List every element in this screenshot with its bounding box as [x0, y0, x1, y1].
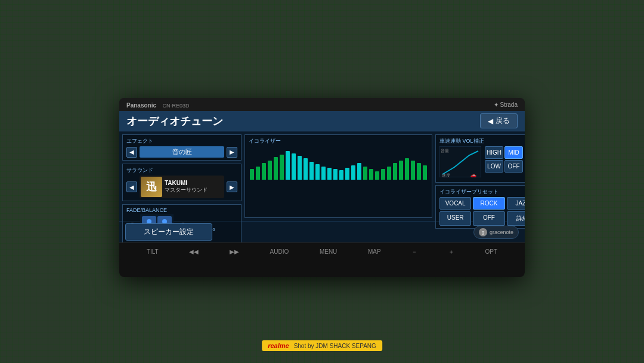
preset-jazz-button[interactable]: JAZZ [507, 197, 525, 210]
eq-bar-16 [345, 168, 349, 180]
eq-bar-0 [250, 169, 254, 180]
eq-bar-22 [381, 169, 385, 180]
preset-rock-button[interactable]: ROCK [473, 197, 504, 210]
surround-label: サラウンド [126, 167, 237, 174]
ctrl-prev-button[interactable]: ◀◀ [185, 247, 202, 256]
eq-bar-13 [327, 168, 332, 180]
ctrl-minus-button[interactable]: － [408, 247, 421, 257]
surround-section: サラウンド ◀ 迅 TAKUMI マスターサウンド ▶ [122, 164, 242, 201]
control-bar: TILT ◀◀ ▶▶ AUDIO MENU MAP － ＋ OPT [119, 242, 525, 260]
vol-graph: 速度 音量 🚗 [439, 146, 481, 177]
eq-bar-7 [292, 153, 296, 180]
equalizer-section: イコライザー [244, 134, 432, 218]
effect-section: エフェクト ◀ 音の匠 ▶ [122, 134, 242, 161]
eq-bar-29 [423, 165, 427, 180]
eq-bar-11 [315, 164, 320, 180]
svg-text:速度: 速度 [442, 173, 450, 177]
effect-prev-button[interactable]: ◀ [126, 147, 137, 158]
gracenote-icon: g [479, 228, 487, 236]
eq-bar-21 [375, 171, 379, 180]
vol-correction-label: 車速連動 VOL補正 [439, 137, 525, 145]
eq-bar-17 [351, 165, 355, 180]
eq-bar-19 [363, 167, 367, 180]
eq-bar-6 [286, 151, 290, 180]
eq-bar-26 [405, 158, 409, 180]
eq-preset-section: イコライザープリセット VOCAL ROCK JAZZ USER OFF 詳細 [435, 185, 525, 229]
eq-bar-24 [393, 163, 397, 180]
eq-bar-3 [268, 161, 272, 180]
eq-bar-18 [357, 163, 361, 180]
device-header: Panasonic CN-RE03D ✦ Strada [119, 98, 525, 111]
preset-vocal-button[interactable]: VOCAL [439, 197, 471, 210]
ctrl-tilt-button[interactable]: TILT [143, 247, 162, 256]
model-label: CN-RE03D [162, 103, 189, 109]
speaker-settings-button[interactable]: スピーカー設定 [125, 223, 212, 241]
eq-bar-14 [333, 169, 338, 180]
eq-bar-1 [256, 167, 260, 180]
ctrl-plus-button[interactable]: ＋ [445, 247, 458, 257]
gracenote-logo: g gracenote [473, 226, 519, 239]
back-button[interactable]: ◀ 戻る [480, 113, 518, 128]
eq-bar-5 [280, 155, 284, 180]
vol-correction-section: 車速連動 VOL補正 速度 音量 🚗 HIGH [435, 134, 525, 183]
gracenote-text: gracenote [490, 229, 513, 235]
preset-user-button[interactable]: USER [439, 211, 471, 226]
eq-bar-23 [387, 167, 391, 180]
screen-header: オーディオチューン ◀ 戻る [119, 111, 525, 131]
effect-next-button[interactable]: ▶ [227, 147, 237, 158]
main-screen: オーディオチューン ◀ 戻る エフェクト ◀ 音の匠 ▶ [119, 111, 525, 242]
eq-bar-25 [399, 161, 403, 180]
eq-display [249, 146, 428, 182]
eq-label: イコライザー [249, 137, 428, 145]
watermark-text: Shot by JDM SHACK SEPANG [294, 343, 376, 349]
ctrl-opt-button[interactable]: OPT [482, 247, 501, 256]
ctrl-menu-button[interactable]: MENU [316, 247, 340, 256]
fade-balance-label: FADE/BALANCE [126, 207, 237, 213]
eq-bar-4 [274, 157, 278, 180]
vol-mid-button[interactable]: MID [504, 146, 523, 159]
ctrl-next-button[interactable]: ▶▶ [226, 247, 243, 256]
ctrl-map-button[interactable]: MAP [364, 247, 385, 256]
watermark-brand: realme [268, 342, 289, 349]
vol-low-button[interactable]: LOW [485, 160, 503, 173]
effect-value: 音の匠 [140, 146, 224, 158]
ctrl-audio-button[interactable]: AUDIO [267, 247, 293, 256]
eq-bar-27 [411, 161, 415, 180]
strada-logo: ✦ Strada [494, 101, 518, 108]
surround-prev-button[interactable]: ◀ [126, 182, 137, 192]
preset-detail-button[interactable]: 詳細 [507, 211, 525, 226]
eq-bar-15 [339, 170, 343, 180]
vol-high-button[interactable]: HIGH [485, 146, 503, 159]
surround-next-button[interactable]: ▶ [227, 182, 237, 192]
surround-icon: 迅 [141, 177, 162, 197]
preset-off-button[interactable]: OFF [473, 211, 504, 226]
eq-bar-12 [321, 167, 326, 180]
preset-grid: VOCAL ROCK JAZZ USER OFF 詳細 [439, 197, 525, 226]
svg-text:音量: 音量 [441, 149, 449, 153]
svg-text:🚗: 🚗 [470, 172, 476, 177]
eq-bar-20 [369, 169, 373, 180]
eq-bar-8 [298, 156, 302, 180]
eq-preset-label: イコライザープリセット [439, 188, 525, 196]
effect-label: エフェクト [126, 137, 237, 145]
eq-bar-10 [309, 162, 314, 180]
watermark: realme Shot by JDM SHACK SEPANG [262, 340, 382, 351]
car-stereo-device: Panasonic CN-RE03D ✦ Strada オーディオチューン ◀ … [119, 98, 525, 277]
eq-bar-2 [262, 163, 266, 180]
page-title: オーディオチューン [126, 114, 223, 128]
eq-bar-9 [304, 158, 308, 180]
surround-info: TAKUMI マスターサウンド [165, 180, 223, 194]
eq-bar-28 [417, 163, 421, 180]
vol-off-button[interactable]: OFF [504, 160, 523, 173]
back-arrow-icon: ◀ [488, 117, 493, 125]
brand-label: Panasonic [126, 102, 156, 109]
